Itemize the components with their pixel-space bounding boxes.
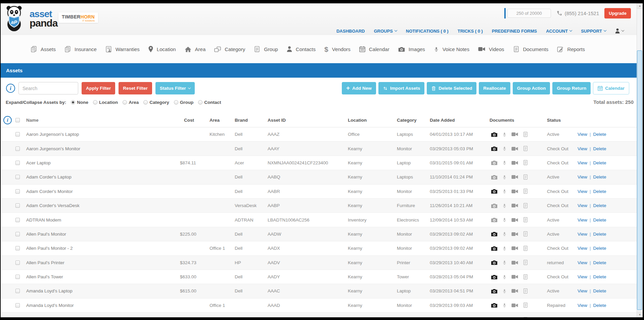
nav-groups[interactable]: GROUPS (374, 29, 397, 34)
microphone-icon[interactable] (502, 203, 507, 209)
video-camera-icon[interactable] (511, 289, 518, 293)
document-icon[interactable] (523, 245, 528, 251)
status-filter-button[interactable]: Status Filter (155, 82, 195, 94)
select-all-checkbox[interactable] (15, 118, 20, 122)
row-checkbox[interactable] (15, 246, 20, 250)
view-link[interactable]: View (578, 232, 587, 237)
microphone-icon[interactable] (502, 274, 507, 280)
microphone-icon[interactable] (502, 302, 507, 308)
view-link[interactable]: View (578, 274, 587, 279)
nav-notifications[interactable]: NOTIFICATIONS ( 0 ) (406, 29, 449, 34)
view-link[interactable]: View (578, 317, 587, 317)
tab-contacts[interactable]: Contacts (282, 46, 320, 52)
camera-icon[interactable] (491, 174, 498, 180)
scroll-up-button[interactable]: ▲ (637, 3, 643, 9)
document-icon[interactable] (523, 317, 528, 317)
import-assets-button[interactable]: Import Assets (378, 82, 425, 94)
add-new-button[interactable]: +Add New (342, 82, 376, 94)
camera-icon[interactable] (491, 246, 498, 251)
row-checkbox[interactable] (15, 132, 20, 136)
tab-category[interactable]: Category (210, 46, 249, 52)
document-icon[interactable] (523, 146, 528, 152)
row-checkbox[interactable] (15, 175, 20, 179)
calendar-button[interactable]: Calendar (593, 82, 629, 94)
search-input[interactable] (18, 82, 78, 94)
tab-calendar[interactable]: Calendar (355, 46, 394, 52)
document-icon[interactable] (523, 160, 528, 166)
view-link[interactable]: View (578, 189, 587, 194)
video-camera-icon[interactable] (511, 147, 518, 151)
camera-icon[interactable] (491, 274, 498, 280)
delete-link[interactable]: Delete (593, 274, 606, 279)
document-icon[interactable] (523, 203, 528, 209)
apply-filter-button[interactable]: Apply Filter (82, 82, 115, 94)
microphone-icon[interactable] (502, 188, 507, 194)
microphone-icon[interactable] (502, 245, 507, 251)
document-icon[interactable] (523, 288, 528, 294)
tab-voice-notes[interactable]: Voice Notes (429, 46, 474, 52)
view-link[interactable]: View (578, 217, 587, 223)
view-link[interactable]: View (578, 203, 587, 208)
camera-icon[interactable] (491, 303, 498, 308)
nav-account[interactable]: ACCOUNT (546, 29, 572, 34)
microphone-icon[interactable] (502, 174, 507, 180)
video-camera-icon[interactable] (511, 275, 518, 279)
document-icon[interactable] (523, 259, 528, 266)
row-checkbox[interactable] (15, 189, 20, 194)
delete-selected-button[interactable]: Delete Selected (427, 82, 476, 94)
delete-link[interactable]: Delete (593, 260, 606, 265)
microphone-icon[interactable] (502, 317, 507, 317)
view-link[interactable]: View (578, 260, 587, 265)
video-camera-icon[interactable] (511, 261, 518, 265)
video-camera-icon[interactable] (511, 132, 518, 136)
camera-icon[interactable] (491, 160, 498, 165)
row-checkbox[interactable] (15, 147, 20, 151)
microphone-icon[interactable] (502, 131, 507, 137)
delete-link[interactable]: Delete (593, 189, 606, 194)
vertical-scrollbar[interactable]: ▲ ▼ (637, 3, 643, 317)
view-link[interactable]: View (578, 160, 587, 165)
nav-tricks[interactable]: TRICKS ( 0 ) (458, 29, 483, 34)
nav-support[interactable]: SUPPORT (581, 29, 606, 34)
expand-radio-location[interactable]: Location (93, 100, 118, 105)
asset-panda-logo[interactable]: aP asset panda (4, 5, 57, 32)
video-camera-icon[interactable] (511, 218, 518, 222)
scroll-down-button[interactable]: ▼ (637, 312, 643, 317)
camera-icon[interactable] (491, 317, 498, 317)
camera-icon[interactable] (491, 132, 498, 137)
video-camera-icon[interactable] (511, 189, 518, 194)
delete-link[interactable]: Delete (593, 288, 606, 293)
delete-link[interactable]: Delete (593, 217, 606, 223)
view-link[interactable]: View (578, 174, 587, 179)
row-checkbox[interactable] (15, 275, 20, 279)
info-icon[interactable]: i (6, 84, 15, 93)
microphone-icon[interactable] (502, 160, 507, 166)
video-camera-icon[interactable] (511, 161, 518, 165)
video-camera-icon[interactable] (511, 232, 518, 236)
user-menu[interactable] (615, 28, 624, 34)
tab-area[interactable]: Area (180, 46, 210, 52)
document-icon[interactable] (523, 302, 528, 308)
microphone-icon[interactable] (502, 146, 507, 152)
document-icon[interactable] (523, 217, 528, 223)
delete-link[interactable]: Delete (593, 174, 606, 179)
camera-icon[interactable] (491, 203, 498, 208)
view-link[interactable]: View (578, 132, 587, 137)
delete-link[interactable]: Delete (593, 303, 606, 308)
row-checkbox[interactable] (15, 303, 20, 308)
delete-link[interactable]: Delete (593, 246, 606, 251)
expand-radio-group[interactable]: Group (174, 100, 194, 105)
expand-radio-none[interactable]: None (71, 100, 88, 105)
group-return-button[interactable]: Group Return (552, 82, 591, 94)
row-checkbox[interactable] (15, 261, 20, 265)
view-link[interactable]: View (578, 246, 587, 251)
scrollbar-thumb[interactable] (637, 50, 642, 310)
document-icon[interactable] (523, 174, 528, 180)
reset-filter-button[interactable]: Reset Filter (119, 82, 152, 94)
row-checkbox[interactable] (15, 232, 20, 236)
delete-link[interactable]: Delete (593, 232, 606, 237)
microphone-icon[interactable] (502, 288, 507, 294)
nav-dashboard[interactable]: DASHBOARD (336, 29, 365, 34)
expand-radio-category[interactable]: Category (143, 100, 169, 105)
info-icon[interactable]: i (3, 116, 12, 124)
